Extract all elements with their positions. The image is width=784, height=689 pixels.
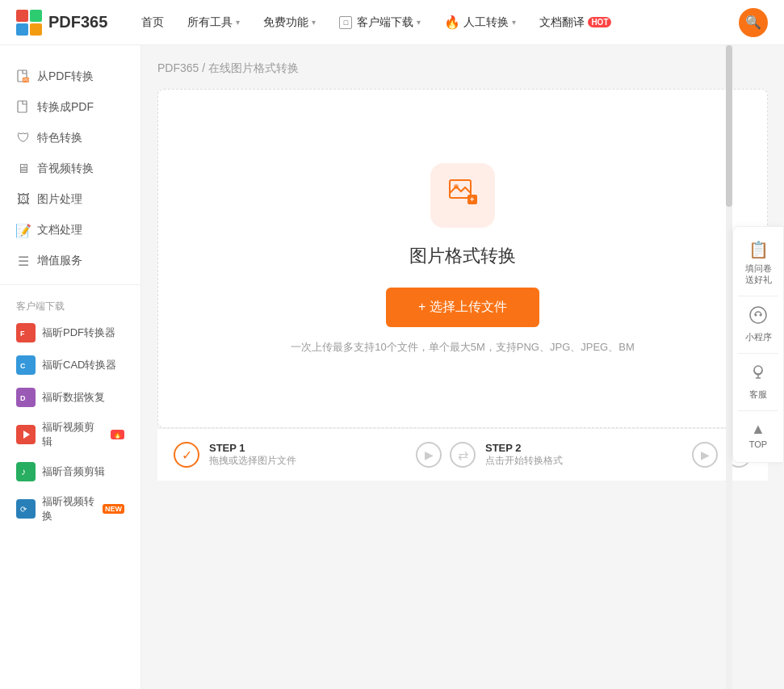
- search-button[interactable]: 🔍: [739, 8, 768, 37]
- step2-label: STEP 2: [485, 442, 563, 454]
- rp-survey[interactable]: 📋 填问卷送好礼: [733, 233, 783, 292]
- app-label: 福昕视频剪辑: [42, 420, 104, 449]
- main-content: PDF365 / 在线图片格式转换 + 图片格式转换: [141, 45, 784, 689]
- right-panel: 📋 填问卷送好礼 小程序 客服 ▲ TOP: [732, 226, 784, 463]
- sidebar-label: 转换成PDF: [37, 100, 94, 115]
- svg-point-21: [750, 307, 766, 323]
- rp-mini-label: 小程序: [745, 331, 772, 343]
- chevron-down-icon: ▾: [417, 18, 421, 27]
- sidebar-label: 从PDF转换: [37, 69, 94, 84]
- sidebar-section-client: 客户端下载: [0, 293, 140, 317]
- sidebar-label: 文档处理: [37, 223, 82, 237]
- doc-icon: 📝: [16, 223, 31, 237]
- sidebar-item-av[interactable]: 🖥 音视频转换: [0, 153, 140, 184]
- svg-text:D: D: [20, 394, 26, 402]
- sidebar-label: 图片处理: [37, 192, 82, 207]
- sidebar-app-video-edit[interactable]: 福昕视频剪辑 🔥: [0, 414, 140, 456]
- step2-desc: 点击开始转换格式: [485, 454, 563, 468]
- step-arrow-2: ▶: [692, 442, 718, 468]
- miniprogram-icon: [749, 306, 767, 328]
- scrollbar-thumb[interactable]: [726, 45, 732, 207]
- sidebar-app-audio-edit[interactable]: ♪ 福昕音频剪辑: [0, 456, 140, 488]
- new-badge: NEW: [103, 504, 124, 514]
- upload-button[interactable]: + 选择上传文件: [386, 288, 539, 327]
- sidebar-app-foxitpdf[interactable]: F 福昕PDF转换器: [0, 317, 140, 349]
- chevron-down-icon: ▾: [236, 18, 240, 27]
- from-pdf-icon: PDF: [16, 69, 31, 84]
- logo-text: PDF365: [48, 13, 107, 32]
- app-label: 福昕视频转换: [42, 494, 96, 523]
- client-icon: □: [339, 16, 352, 29]
- svg-text:♪: ♪: [21, 466, 26, 477]
- sidebar-item-doc[interactable]: 📝 文档处理: [0, 215, 140, 246]
- tool-title: 图片格式转换: [409, 244, 516, 268]
- step1-label: STEP 1: [209, 442, 296, 454]
- hot-badge: 🔥: [111, 430, 124, 439]
- sidebar-app-cad[interactable]: C 福昕CAD转换器: [0, 349, 140, 381]
- shield-icon: 🛡: [16, 131, 31, 145]
- nav-home[interactable]: 首页: [132, 11, 174, 35]
- app-label: 福昕PDF转换器: [42, 326, 115, 340]
- video-convert-icon: ⟳: [16, 499, 36, 519]
- svg-rect-12: [18, 464, 34, 480]
- step-1: ✓ STEP 1 拖拽或选择图片文件: [174, 442, 408, 468]
- step-arrow-1: ▶: [416, 442, 442, 468]
- svg-text:⟳: ⟳: [20, 505, 27, 514]
- sidebar-app-recovery[interactable]: D 福昕数据恢复: [0, 381, 140, 414]
- nav-tools[interactable]: 所有工具 ▾: [178, 11, 249, 35]
- nav-manual[interactable]: 🔥 人工转换 ▾: [434, 10, 526, 35]
- svg-text:F: F: [20, 330, 25, 338]
- sidebar-item-to-pdf[interactable]: 转换成PDF: [0, 92, 140, 123]
- main-nav: 首页 所有工具 ▾ 免费功能 ▾ □ 客户端下载 ▾ 🔥 人工转换 ▾ 文档翻译…: [132, 10, 739, 35]
- to-pdf-icon: [16, 100, 31, 115]
- chevron-down-icon: ▾: [312, 18, 316, 27]
- top-arrow-icon: ▲: [751, 421, 765, 438]
- step-2: ⇄ STEP 2 点击开始转换格式: [450, 442, 684, 468]
- nav-download[interactable]: □ 客户端下载 ▾: [329, 11, 430, 35]
- fire-icon: 🔥: [444, 15, 460, 30]
- rp-service[interactable]: 客服: [733, 357, 783, 407]
- image-icon: 🖼: [16, 192, 31, 207]
- upload-label: + 选择上传文件: [418, 299, 507, 316]
- chevron-down-icon: ▾: [512, 18, 516, 27]
- nav-free[interactable]: 免费功能 ▾: [254, 11, 325, 35]
- sidebar-item-image[interactable]: 🖼 图片处理: [0, 184, 140, 215]
- logo-icon: [16, 10, 42, 36]
- step1-check-icon: ✓: [174, 442, 199, 468]
- rp-divider2: [738, 353, 778, 354]
- breadcrumb-separator: /: [202, 61, 205, 74]
- svg-text:+: +: [470, 195, 474, 204]
- service-icon: [749, 363, 767, 385]
- breadcrumb-current: 在线图片格式转换: [208, 61, 299, 74]
- svg-point-22: [755, 313, 757, 316]
- rp-service-label: 客服: [749, 389, 767, 401]
- sidebar-item-from-pdf[interactable]: PDF 从PDF转换: [0, 61, 140, 92]
- sidebar-item-vip[interactable]: ☰ 增值服务: [0, 246, 140, 276]
- sidebar-app-video-convert[interactable]: ⟳ 福昕视频转换 NEW: [0, 488, 140, 530]
- recovery-icon: D: [16, 388, 36, 407]
- monitor-icon: 🖥: [16, 162, 31, 176]
- page-wrapper: PDF 从PDF转换 转换成PDF 🛡 特色转换 🖥 音视频转换 🖼 图片处理 …: [0, 45, 784, 689]
- rp-top[interactable]: ▲ TOP: [733, 414, 783, 456]
- app-label: 福昕音频剪辑: [42, 464, 105, 479]
- app-label: 福昕数据恢复: [42, 390, 105, 405]
- nav-translate[interactable]: 文档翻译 HOT: [530, 11, 621, 35]
- app-label: 福昕CAD转换器: [42, 358, 116, 372]
- step1-desc: 拖拽或选择图片文件: [209, 454, 296, 468]
- sidebar-label: 增值服务: [37, 254, 82, 268]
- sidebar-label: 特色转换: [37, 131, 82, 145]
- survey-icon: 📋: [748, 240, 769, 259]
- breadcrumb-root: PDF365: [157, 61, 199, 74]
- audio-edit-icon: ♪: [16, 462, 36, 481]
- step2-content: STEP 2 点击开始转换格式: [485, 442, 563, 468]
- sidebar: PDF 从PDF转换 转换成PDF 🛡 特色转换 🖥 音视频转换 🖼 图片处理 …: [0, 45, 141, 689]
- logo[interactable]: PDF365: [16, 10, 107, 36]
- rp-top-label: TOP: [749, 439, 767, 449]
- list-icon: ☰: [16, 254, 31, 268]
- rp-divider1: [738, 296, 778, 296]
- rp-mini[interactable]: 小程序: [733, 300, 783, 350]
- foxitcad-icon: C: [16, 355, 36, 375]
- scrollbar-track[interactable]: [726, 45, 732, 689]
- sidebar-item-special[interactable]: 🛡 特色转换: [0, 123, 140, 153]
- tool-panel: + 图片格式转换 + 选择上传文件 一次上传最多支持10个文件，单个最大5M，支…: [157, 89, 768, 428]
